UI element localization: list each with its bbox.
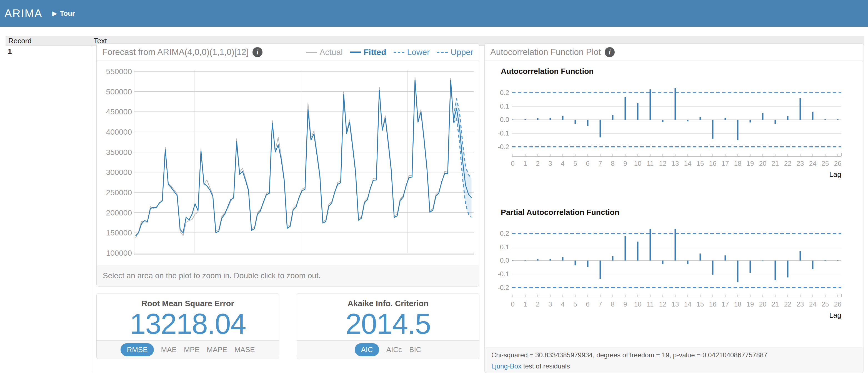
- svg-text:25: 25: [822, 301, 829, 308]
- svg-text:300000: 300000: [106, 168, 132, 177]
- svg-text:-0.2: -0.2: [498, 143, 509, 151]
- svg-text:0.0: 0.0: [500, 116, 509, 123]
- legend-swatch: [394, 51, 405, 54]
- legend-item-upper: Upper: [437, 48, 473, 57]
- svg-text:21: 21: [772, 160, 779, 167]
- svg-text:9: 9: [623, 301, 627, 308]
- svg-text:400000: 400000: [106, 128, 132, 136]
- pacf-section-title: Partial Autocorrelation Function: [501, 208, 619, 217]
- svg-text:18: 18: [734, 301, 742, 308]
- svg-text:6: 6: [586, 160, 589, 167]
- svg-text:15: 15: [696, 301, 704, 308]
- svg-text:350000: 350000: [106, 148, 132, 157]
- svg-text:5: 5: [573, 160, 577, 167]
- ljung-box-link[interactable]: Ljung-Box: [491, 362, 521, 370]
- metric-value: 2014.5: [297, 309, 479, 338]
- metric-tab-mape[interactable]: MAPE: [207, 345, 227, 354]
- acf-panel-header: Autocorrelation Function Plot i: [485, 43, 864, 61]
- svg-text:8: 8: [611, 301, 614, 308]
- forecast-chart[interactable]: 5500005000004500004000003500003000002500…: [97, 61, 479, 266]
- svg-text:12: 12: [659, 160, 666, 167]
- svg-text:Lag: Lag: [829, 311, 841, 319]
- acf-section-title: Autocorrelation Function: [501, 67, 594, 76]
- svg-text:100000: 100000: [106, 249, 132, 257]
- metric-tab-mpe[interactable]: MPE: [184, 345, 199, 354]
- svg-text:15: 15: [696, 160, 704, 167]
- svg-text:10: 10: [634, 160, 642, 167]
- svg-text:11: 11: [647, 160, 654, 167]
- svg-text:13: 13: [672, 301, 679, 308]
- metric-tab-mae[interactable]: MAE: [161, 345, 177, 354]
- pacf-chart: 0.20.10.0-0.1-0.201234567891011121314151…: [485, 229, 859, 323]
- svg-text:250000: 250000: [106, 188, 132, 197]
- svg-text:4: 4: [561, 301, 564, 308]
- legend-label: Fitted: [364, 48, 386, 57]
- legend-label: Upper: [451, 48, 473, 57]
- metric-value: 13218.04: [97, 309, 279, 338]
- svg-text:22: 22: [784, 301, 792, 308]
- ljung-box-stats: Chi-squared = 30.8334385979934, degrees …: [491, 351, 857, 359]
- svg-text:6: 6: [586, 301, 589, 308]
- tour-button[interactable]: ▶ Tour: [52, 0, 75, 27]
- metric-tab-mase[interactable]: MASE: [235, 345, 255, 354]
- info-icon[interactable]: i: [605, 47, 615, 57]
- svg-text:7: 7: [598, 301, 602, 308]
- svg-text:3: 3: [548, 301, 552, 308]
- svg-text:12: 12: [659, 301, 666, 308]
- metric-title: Root Mean Square Error: [97, 299, 279, 308]
- svg-text:19: 19: [747, 160, 754, 167]
- forecast-panel: Forecast from ARIMA(4,0,0)(1,1,0)[12] i …: [96, 43, 479, 286]
- svg-text:1: 1: [523, 301, 527, 308]
- svg-text:9: 9: [623, 160, 627, 167]
- metric-tab-bic[interactable]: BIC: [409, 345, 421, 354]
- record-cell: 1: [8, 47, 12, 56]
- svg-text:19: 19: [747, 301, 754, 308]
- svg-text:23: 23: [797, 301, 804, 308]
- metric-tab-rmse[interactable]: RMSE: [121, 343, 154, 356]
- zoom-hint: Select an area on the plot to zoom in. D…: [97, 265, 479, 286]
- metric-tab-aic[interactable]: AIC: [355, 343, 379, 356]
- aic-card: Akaike Info. Criterion 2014.5 AICAICcBIC: [297, 293, 479, 359]
- svg-text:13: 13: [672, 160, 679, 167]
- legend-item-actual: Actual: [306, 48, 343, 57]
- svg-text:16: 16: [709, 301, 717, 308]
- svg-text:24: 24: [809, 160, 817, 167]
- svg-text:26: 26: [834, 301, 842, 308]
- svg-text:7: 7: [598, 160, 602, 167]
- metric-title: Akaike Info. Criterion: [297, 299, 479, 308]
- svg-text:-0.1: -0.1: [498, 129, 509, 137]
- svg-text:2: 2: [536, 301, 539, 308]
- svg-text:500000: 500000: [106, 88, 132, 96]
- svg-text:22: 22: [784, 160, 792, 167]
- svg-text:0: 0: [511, 160, 515, 167]
- acf-chart: 0.20.10.0-0.1-0.201234567891011121314151…: [485, 88, 859, 182]
- play-icon: ▶: [52, 10, 57, 17]
- column-header-record: Record: [8, 36, 32, 45]
- metric-tab-aicc[interactable]: AICc: [386, 345, 402, 354]
- acf-panel: Autocorrelation Function Plot i Autocorr…: [485, 43, 864, 373]
- svg-text:4: 4: [561, 160, 564, 167]
- svg-text:-0.1: -0.1: [498, 270, 509, 278]
- legend-swatch: [306, 51, 317, 54]
- app-header: ARIMA ▶ Tour: [0, 0, 868, 27]
- svg-text:20: 20: [759, 301, 767, 308]
- svg-text:2: 2: [536, 160, 539, 167]
- svg-text:450000: 450000: [106, 107, 132, 116]
- svg-text:25: 25: [822, 160, 829, 167]
- column-divider: [92, 46, 92, 372]
- svg-text:23: 23: [797, 160, 804, 167]
- forecast-title: Forecast from ARIMA(4,0,0)(1,1,0)[12]: [102, 47, 249, 57]
- svg-text:21: 21: [772, 301, 779, 308]
- svg-text:0.1: 0.1: [500, 102, 509, 110]
- ljung-box-caption: Ljung-Box test of residuals: [491, 362, 857, 370]
- svg-text:14: 14: [684, 301, 692, 308]
- svg-text:14: 14: [684, 160, 692, 167]
- svg-text:24: 24: [809, 301, 817, 308]
- svg-text:11: 11: [647, 301, 654, 308]
- acf-panel-title: Autocorrelation Function Plot: [490, 47, 601, 57]
- info-icon[interactable]: i: [252, 47, 262, 57]
- svg-text:18: 18: [734, 160, 742, 167]
- svg-text:20: 20: [759, 160, 767, 167]
- svg-text:550000: 550000: [106, 67, 132, 76]
- svg-text:0.2: 0.2: [500, 229, 509, 237]
